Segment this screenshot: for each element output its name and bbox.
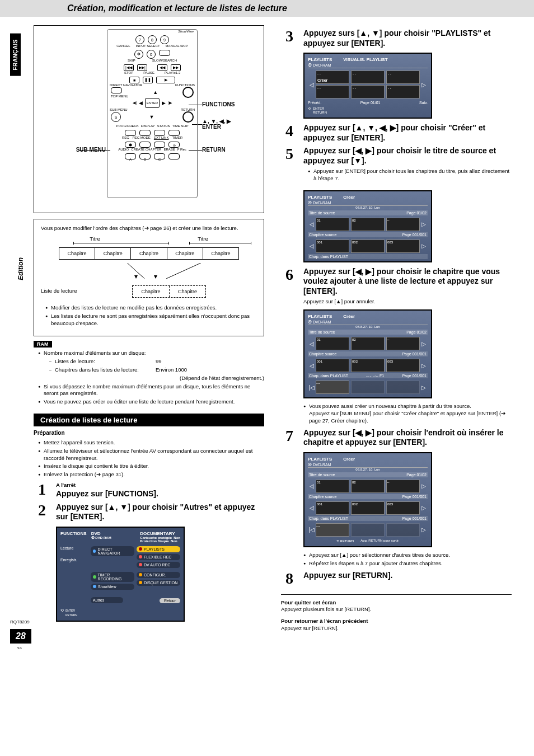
thumb-creer[interactable]: - - Créer xyxy=(316,71,349,84)
btn-enter[interactable]: ENTER xyxy=(145,98,160,108)
step6-sub: Appuyez sur [▲] pour annuler. xyxy=(303,298,512,305)
step-num-6: 6 xyxy=(281,267,298,283)
scr-preced[interactable]: Précéd. xyxy=(308,101,321,105)
step1-lead: A l'arrêt xyxy=(56,482,264,488)
btn-skip-fwd[interactable]: ▶▶| xyxy=(137,64,147,71)
ram-max-label: Nombre maximal d'éléments sur un disque:… xyxy=(38,350,264,382)
titre-label-2: Titre xyxy=(198,236,208,242)
step-num-8: 8 xyxy=(281,571,298,586)
func-item-config[interactable]: CONFIGUR. xyxy=(137,572,180,578)
func-item-dvauto[interactable]: DV AUTO REC xyxy=(137,562,180,568)
btn-9[interactable]: 9 xyxy=(160,35,169,44)
scr-nav-right[interactable]: ▷ xyxy=(420,71,428,98)
lbl-direct-nav: DIRECT NAVIGATOR xyxy=(110,83,142,87)
btn-ff[interactable]: ▶▶ xyxy=(171,64,181,71)
btn-rew[interactable]: ◀◀ xyxy=(157,64,167,71)
func-retour[interactable]: Retour xyxy=(160,598,180,603)
btn-8[interactable]: 8 xyxy=(148,35,157,44)
btn-7[interactable]: 7 xyxy=(135,35,144,44)
screen-creer-3: PLAYLISTSCréer ⦿ DVD-RAM 08.8.27. 10. Lu… xyxy=(303,452,432,547)
btn-display[interactable] xyxy=(139,130,151,136)
btn-return[interactable] xyxy=(182,111,194,123)
btn-extlink[interactable] xyxy=(154,142,165,148)
lbl-audio: AUDIO xyxy=(118,148,129,151)
lbl-cancel: CANCEL xyxy=(116,44,130,48)
btn-b[interactable]: B xyxy=(139,153,151,159)
thumb-empty-1[interactable]: - - xyxy=(351,71,385,84)
step5-sub: Appuyez sur [ENTER] pour choisir tous le… xyxy=(308,168,512,182)
thumb-chap-002[interactable]: 002 xyxy=(351,240,385,253)
remote-label-functions: FUNCTIONS xyxy=(202,101,235,107)
btn-c[interactable]: C xyxy=(154,153,165,159)
step1-title: Appuyez sur [FUNCTIONS]. xyxy=(56,489,264,499)
func-item-flex[interactable]: FLEXIBLE REC xyxy=(137,554,180,560)
step-num-4: 4 xyxy=(281,123,298,139)
btn-a[interactable]: A xyxy=(125,153,136,159)
lbl-manual-skip: MANUAL SKIP xyxy=(166,44,188,48)
btn-progcheck[interactable] xyxy=(125,130,136,136)
btn-frec[interactable] xyxy=(168,153,180,159)
btn-0[interactable]: 0 xyxy=(147,50,156,59)
thumb-empty-4[interactable]: - - xyxy=(351,85,385,98)
svg-marker-2 xyxy=(134,275,138,279)
thumb-chap-003[interactable]: 003 xyxy=(386,240,420,253)
btn-manual-skip[interactable] xyxy=(159,50,170,56)
btn-direct-nav[interactable] xyxy=(111,87,122,93)
page-title-bar: Création, modification et lecture de lis… xyxy=(0,0,534,17)
step6-title: Appuyez sur [◀, ▶] pour choisir le chapi… xyxy=(303,267,512,297)
thumb-empty-5[interactable]: - - xyxy=(386,85,420,98)
svg-line-1 xyxy=(166,263,201,279)
func-item-showview[interactable]: ShowView xyxy=(91,584,134,590)
lbl-stop: STOP xyxy=(124,71,133,74)
func-item-disque[interactable]: DISQUE GESTION xyxy=(137,580,180,586)
thumb-chap-001[interactable]: 001 xyxy=(316,240,349,253)
btn-rec[interactable] xyxy=(125,142,136,148)
step-num-2: 2 xyxy=(34,503,50,518)
scr-suiv[interactable]: Suiv. xyxy=(419,101,428,105)
btn-pause[interactable]: ❚❚ xyxy=(143,77,153,83)
func-item-playlists[interactable]: PLAYLISTS xyxy=(137,546,180,552)
btn-submenu[interactable]: S xyxy=(111,112,121,122)
language-tab: FRANÇAIS xyxy=(10,34,21,76)
btn-star[interactable]: ✻ xyxy=(134,50,143,59)
lbl-status: STATUS xyxy=(157,124,170,128)
chapter-row-top: Chapitre Chapitre Chapitre Chapitre Chap… xyxy=(59,247,239,260)
thumb-empty-3[interactable]: - - xyxy=(316,85,349,98)
scr-nav-left[interactable]: ◁ xyxy=(308,71,316,98)
btn-timeslip[interactable] xyxy=(168,130,180,136)
prep-item-3: Insérez le disque qui contient le titre … xyxy=(38,463,264,470)
step-num-7: 7 xyxy=(281,428,298,444)
lbl-progcheck: PROG/CHECK xyxy=(116,124,138,128)
thumb-empty-2[interactable]: - - xyxy=(386,71,420,84)
btn-skip-back[interactable]: |◀◀ xyxy=(124,64,134,71)
lbl-play: PLAY/x1.3 xyxy=(165,71,180,74)
step-num-5: 5 xyxy=(281,146,298,162)
lbl-time-slip: TIME SLIP xyxy=(172,124,189,128)
scr-page: Page 01/01 xyxy=(360,101,381,105)
thumb-src-02[interactable]: 02 xyxy=(351,218,385,231)
lbl-recmode: REC MODE xyxy=(133,136,151,139)
func-item-directnav[interactable]: DIRECT NAVIGATOR xyxy=(91,546,134,556)
showview-label: ShowView xyxy=(107,30,197,33)
btn-timer[interactable]: ⊘ xyxy=(168,142,180,148)
lbl-extlink: EXT LINK xyxy=(154,136,169,139)
lbl-slow: SLOW/SEARCH xyxy=(152,59,177,62)
thumb-src-01[interactable]: 01 xyxy=(316,218,349,231)
func-item-timer[interactable]: TIMER RECORDING xyxy=(91,572,134,582)
ram-paren: (Dépend de l'état d'enregistrement.) xyxy=(44,375,264,382)
lbl-rec: REC xyxy=(122,136,129,139)
quit-title: Pour quitter cet écran xyxy=(281,599,336,605)
remote-label-enter: ENTER xyxy=(202,124,231,130)
btn-play[interactable]: ▶ xyxy=(156,77,175,83)
btn-recmode[interactable] xyxy=(139,142,151,148)
ram-tag: RAM xyxy=(34,341,52,348)
func-autres[interactable]: Autres xyxy=(91,597,123,603)
page-number: 28 xyxy=(10,629,31,644)
prev-body: Appuyez sur [RETURN]. xyxy=(281,625,512,632)
btn-functions[interactable] xyxy=(182,87,194,98)
thumb-src-blank-1[interactable]: -- xyxy=(386,218,420,231)
btn-stop[interactable]: ■ xyxy=(129,77,139,83)
screen-creer-1: PLAYLISTSCréer ⦿ DVD-RAM 08.8.27. 10. Lu… xyxy=(303,190,432,262)
btn-status[interactable] xyxy=(154,130,165,136)
chapter-row-playlist: Chapitre Chapitre xyxy=(132,285,206,298)
